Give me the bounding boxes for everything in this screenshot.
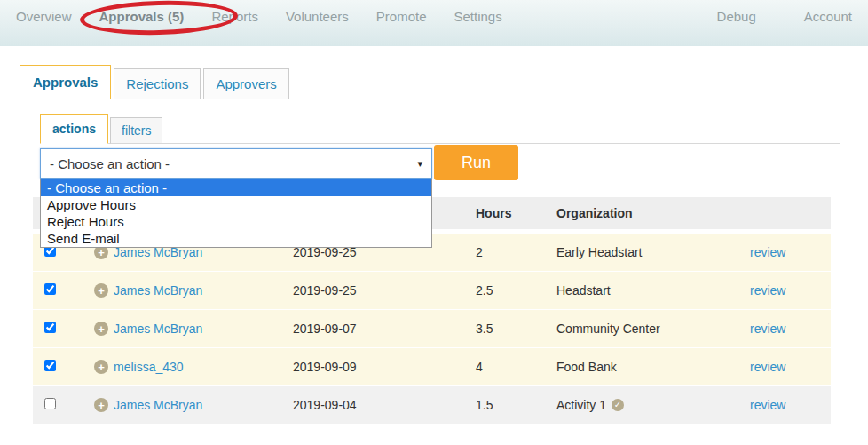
organization-cell: Early Headstart [556,245,642,259]
subtab-actions[interactable]: actions [40,114,108,144]
nav-item-overview[interactable]: Overview [16,9,72,24]
action-select[interactable]: - Choose an action - ▾ [40,148,432,179]
date-cell: 2019-09-04 [293,398,476,412]
sub-tab-bar: actions filters [40,114,840,144]
hours-cell: 2.5 [476,283,556,298]
volunteer-name-link[interactable]: melissa_430 [114,360,184,374]
nav-item-volunteers[interactable]: Volunteers [286,9,349,24]
expand-plus-icon[interactable]: + [94,283,108,298]
dropdown-option-approve[interactable]: Approve Hours [41,196,431,213]
row-checkbox[interactable] [44,283,56,295]
dropdown-option-choose[interactable]: - Choose an action - [41,179,431,196]
top-navigation: Overview Approvals (5) Reports Volunteer… [0,0,868,46]
action-select-value: - Choose an action - [50,156,170,171]
volunteer-name-link[interactable]: James McBryan [114,398,202,412]
main-tab-bar: Approvals Rejections Approvers [20,65,855,99]
header-organization: Organization [556,206,750,220]
review-link[interactable]: review [750,283,785,298]
verified-check-icon: ✓ [612,399,624,411]
nav-item-promote[interactable]: Promote [376,9,427,24]
tab-approvers[interactable]: Approvers [203,68,288,99]
dropdown-option-reject[interactable]: Reject Hours [41,213,431,230]
nav-left-group: Overview Approvals (5) Reports Volunteer… [0,9,502,24]
expand-plus-icon[interactable]: + [94,360,108,374]
nav-item-debug[interactable]: Debug [717,9,756,24]
expand-plus-icon[interactable]: + [94,398,108,412]
hours-cell: 1.5 [476,398,556,412]
table-row: + James McBryan 2019-09-04 1.5 Activity … [33,386,831,424]
header-hours: Hours [476,206,556,220]
hours-cell: 4 [476,360,556,374]
nav-right-group: Debug Account [717,9,868,24]
row-checkbox[interactable] [44,322,56,333]
review-link[interactable]: review [750,322,785,336]
nav-item-reports[interactable]: Reports [211,9,258,24]
hours-cell: 2 [476,245,556,259]
subtab-filters[interactable]: filters [110,117,162,144]
table-row: + James McBryan 2019-09-07 3.5 Community… [33,310,831,347]
review-link[interactable]: review [750,360,785,374]
date-cell: 2019-09-09 [293,360,476,374]
organization-cell: Community Center [556,322,660,336]
action-dropdown-list: - Choose an action - Approve Hours Rejec… [40,179,432,248]
table-row: + melissa_430 2019-09-09 4 Food Bank✓ re… [33,348,831,385]
date-cell: 2019-09-07 [293,322,476,336]
tab-rejections[interactable]: Rejections [114,68,201,99]
organization-cell: Headstart [556,283,611,298]
nav-item-approvals[interactable]: Approvals (5) [99,9,185,24]
table-row: + James McBryan 2019-09-25 2.5 Headstart… [33,272,831,309]
organization-cell: Activity 1 [556,398,606,412]
row-checkbox[interactable] [44,398,56,409]
dropdown-option-email[interactable]: Send E-mail [41,230,431,247]
tab-approvals[interactable]: Approvals [20,65,111,99]
run-button[interactable]: Run [434,145,518,180]
chevron-down-icon: ▾ [417,158,422,170]
review-link[interactable]: review [750,245,785,259]
hours-cell: 3.5 [476,322,556,336]
row-checkbox[interactable] [44,360,56,371]
review-link[interactable]: review [750,398,785,412]
expand-plus-icon[interactable]: + [94,322,108,336]
nav-item-account[interactable]: Account [804,9,852,24]
organization-cell: Food Bank [556,360,617,374]
volunteer-name-link[interactable]: James McBryan [114,283,202,298]
date-cell: 2019-09-25 [293,283,476,298]
content-panel: Approvals Rejections Approvers actions f… [7,46,861,445]
volunteer-name-link[interactable]: James McBryan [114,322,202,336]
nav-item-settings[interactable]: Settings [454,9,502,24]
